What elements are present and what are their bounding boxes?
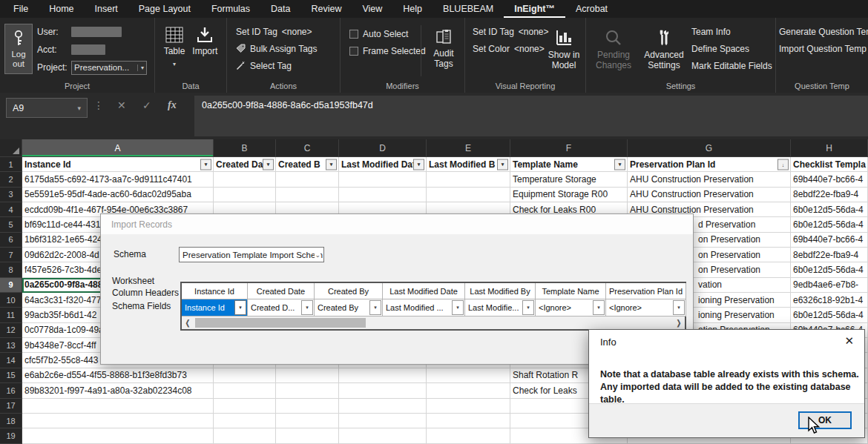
scroll-right-icon[interactable]: ❭ [673,319,685,327]
filter-icon[interactable]: ▾ [200,159,211,170]
row-header-19[interactable]: 19 [0,428,22,443]
schema-dropdown[interactable]: Preservation Template Import Schem ⌄ [179,247,324,262]
tab-view[interactable]: View [352,1,392,18]
tab-acrobat[interactable]: Acrobat [565,1,618,18]
cell-b3[interactable] [214,188,276,202]
cell-h7[interactable]: 8ebdf22e-fba9-4 [791,248,868,262]
team-info-button[interactable]: Team Info [691,23,772,40]
tab-home[interactable]: Home [39,1,84,18]
row-header-16[interactable]: 16 [0,383,22,398]
cell-h2[interactable]: 69b440e7-bc66-4 [791,172,868,187]
row-header-17[interactable]: 17 [0,399,22,414]
row-header-4[interactable]: 4 [0,202,22,217]
project-dropdown[interactable]: Preservation... ▾ [71,61,147,75]
row-header-7[interactable]: 7 [0,248,22,262]
schema-field-dropdown-3[interactable]: Created By▾ [315,299,383,317]
tab-ineight-[interactable]: InEight™ [504,1,565,18]
cell-b16[interactable] [214,383,276,398]
cell-h10[interactable]: e6326c18-92b1-4 [791,293,868,308]
schema-field-dropdown-4[interactable]: Last Modified ...▾ [383,299,465,317]
cell-d15[interactable] [339,368,427,383]
chevron-down-icon[interactable]: ▾ [301,300,313,315]
formula-bar-options-icon[interactable]: ⋮ [93,99,104,111]
column-header-c[interactable]: C [276,139,339,157]
row-header-14[interactable]: 14 [0,353,22,368]
cell-e3[interactable] [427,188,510,202]
tab-page-layout[interactable]: Page Layout [128,1,201,18]
column-header-h[interactable]: H [791,139,868,157]
cell-h6[interactable]: 69b440e7-bc66-4 [791,233,868,248]
generate-question-template-button[interactable]: Generate Question Temp [779,23,868,40]
filter-icon[interactable]: ▾ [497,159,508,170]
row-header-6[interactable]: 6 [0,233,22,248]
cell-c3[interactable] [276,188,339,202]
bulk-assign-tags-button[interactable]: Bulk Assign Tags [236,40,340,57]
cell-d17[interactable] [339,399,427,414]
cell-h8[interactable]: 6b0e12d5-56da-4 [791,262,868,277]
schema-field-dropdown-5[interactable]: Last Modifie...▾ [465,299,536,317]
audit-tags-button[interactable]: Audit Tags [425,21,462,69]
show-in-model-button[interactable]: Show in Model [543,21,585,70]
row-header-10[interactable]: 10 [0,293,22,308]
cell-e2[interactable] [427,172,510,187]
row-header-2[interactable]: 2 [0,172,22,187]
filter-icon[interactable]: ▾ [614,159,625,170]
schema-field-dropdown-1[interactable]: Instance Id▾ [182,299,248,317]
row-header-1[interactable]: 1 [0,157,22,172]
tab-data[interactable]: Data [260,1,300,18]
cell-c2[interactable] [276,172,339,187]
tab-review[interactable]: Review [300,1,352,18]
cell-d2[interactable] [339,172,427,187]
cell-h11[interactable]: 6b0e12d5-56da-4 [791,308,868,322]
column-header-g[interactable]: G [628,139,791,157]
tab-help[interactable]: Help [392,1,433,18]
cell-b2[interactable] [214,172,276,187]
cell-e17[interactable] [427,399,510,414]
column-header-a[interactable]: A [22,139,214,157]
cell-c17[interactable] [276,399,339,414]
cell-b18[interactable] [214,414,276,428]
row-header-15[interactable]: 15 [0,368,22,383]
cell-a15[interactable]: e6ab2c6e-d554-4f55-8868-b1f3e8fd3b73 [22,368,214,383]
row-header-5[interactable]: 5 [0,217,22,232]
import-button[interactable]: Import [192,19,217,70]
insert-function-icon[interactable]: fx [168,99,177,111]
cell-d19[interactable] [339,428,427,443]
cell-c15[interactable] [276,368,339,383]
acct-value-redacted[interactable] [71,44,105,55]
tab-insert[interactable]: Insert [85,1,128,18]
tab-formulas[interactable]: Formulas [201,1,260,18]
row-header-18[interactable]: 18 [0,414,22,428]
filter-icon[interactable]: ▾ [263,159,274,170]
log-out-button[interactable]: Log out [4,24,33,74]
tab-bluebeam[interactable]: BLUEBEAM [433,1,504,18]
mark-editable-fields-button[interactable]: Mark Editable Fields [691,57,772,74]
chevron-down-icon[interactable]: ▾ [673,300,685,315]
chevron-down-icon[interactable]: ▾ [593,300,605,315]
column-header-d[interactable]: D [339,139,427,157]
cell-a18[interactable] [22,414,214,428]
cell-a16[interactable]: 89b83201-f997-4a91-a80a-32ab02234c08 [22,383,214,398]
select-tag-button[interactable]: Select Tag [236,57,340,74]
chevron-down-icon[interactable]: ▾ [369,300,381,315]
cell-d18[interactable] [339,414,427,428]
row-header-11[interactable]: 11 [0,308,22,322]
schema-field-dropdown-7[interactable]: <Ignore>▾ [606,299,686,317]
table-button[interactable]: Table ▾ [164,19,185,70]
cell-h4[interactable]: 6b0e12d5-56da-4 [791,202,868,217]
cell-f3[interactable]: Equipment Storage R00 [510,188,628,202]
define-spaces-button[interactable]: Define Spaces [691,40,772,57]
enter-icon[interactable]: ✓ [142,99,151,111]
cell-f2[interactable]: Temperature Storage [510,172,628,187]
cell-e19[interactable] [427,428,510,443]
scrollbar-thumb[interactable] [195,318,366,328]
filter-icon[interactable]: ▾ [413,159,424,170]
cell-d3[interactable] [339,188,427,202]
close-icon[interactable]: ✕ [844,334,854,348]
row-header-9[interactable]: 9 [0,278,22,293]
cell-d16[interactable] [339,383,427,398]
row-header-13[interactable]: 13 [0,338,22,353]
chevron-down-icon[interactable]: ▾ [452,300,464,315]
cell-e18[interactable] [427,414,510,428]
cell-b15[interactable] [214,368,276,383]
